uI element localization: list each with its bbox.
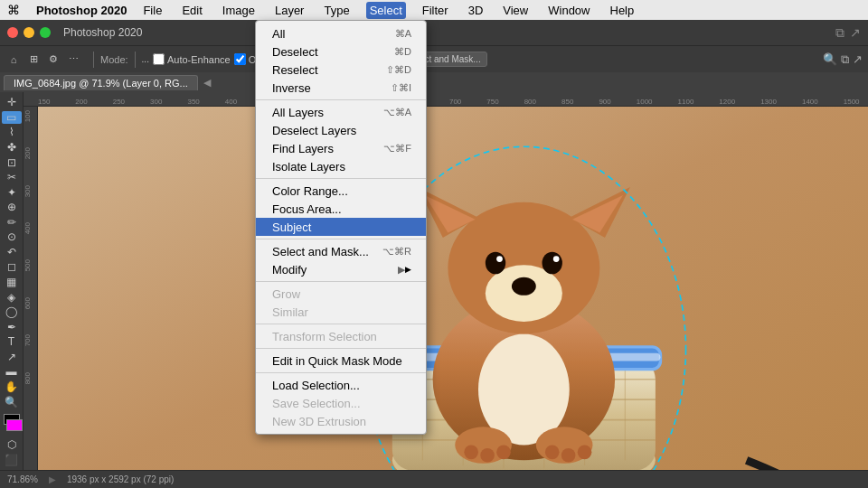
menu-view[interactable]: View — [499, 2, 532, 19]
share-toolbar-icon[interactable]: ↗ — [853, 52, 863, 66]
text-tool[interactable]: T — [2, 335, 22, 349]
title-bar: Photoshop 2020 ⧉ ↗ — [0, 20, 868, 45]
ruler-tick: 1100 — [678, 98, 694, 106]
ruler-v-tick: 300 — [24, 185, 37, 197]
menu-filter[interactable]: Filter — [419, 2, 452, 19]
share-icon[interactable]: ↗ — [850, 25, 861, 40]
menu-reselect[interactable]: Reselect ⇧⌘D — [256, 61, 426, 79]
menu-modify[interactable]: Modify ▶ — [256, 260, 426, 278]
tab-icons: ⌂ ⊞ ⚙ ⋯ — [5, 52, 81, 68]
menu-all[interactable]: All ⌘A — [256, 24, 426, 42]
svg-point-26 — [496, 256, 503, 262]
menu-deselect[interactable]: Deselect ⌘D — [256, 42, 426, 61]
menu-edit[interactable]: Edit — [178, 2, 205, 19]
arrange-icon[interactable]: ⧉ — [835, 25, 844, 41]
maximize-button[interactable] — [40, 27, 51, 38]
quick-mask-icon[interactable]: ⬡ — [2, 438, 22, 452]
move-tool[interactable]: ✛ — [2, 96, 22, 109]
dodge-tool[interactable]: ◯ — [2, 305, 22, 319]
separator-icon: ▶ — [49, 474, 56, 484]
menu-edit-quick-mask[interactable]: Edit in Quick Mask Mode — [256, 352, 426, 370]
tab-bar: IMG_0684.jpg @ 71.9% (Layer 0, RG... ◀ — [0, 72, 868, 92]
menu-subject[interactable]: Subject — [256, 218, 426, 236]
menu-select-and-mask-shortcut: ⌥⌘R — [382, 246, 411, 258]
eyedropper-tool[interactable]: ✦ — [2, 185, 22, 199]
svg-point-37 — [545, 446, 560, 460]
hand-tool[interactable]: ✋ — [2, 380, 22, 394]
minimize-button[interactable] — [24, 27, 34, 38]
menu-find-layers-shortcut: ⌥⌘F — [383, 143, 411, 155]
eraser-tool[interactable]: ◻ — [2, 260, 22, 274]
menu-focus-area[interactable]: Focus Area... — [256, 200, 426, 218]
menu-grow: Grow — [256, 285, 426, 303]
menu-inverse[interactable]: Inverse ⇧⌘I — [256, 79, 426, 97]
shape-tool[interactable]: ▬ — [2, 365, 22, 379]
menu-deselect-layers[interactable]: Deselect Layers — [256, 121, 426, 139]
menu-load-selection[interactable]: Load Selection... — [256, 376, 426, 394]
menu-image[interactable]: Image — [219, 2, 259, 19]
blur-tool[interactable]: ◈ — [2, 290, 22, 304]
search-icon[interactable]: 🔍 — [823, 52, 837, 66]
collapse-panel-icon[interactable]: ◀ — [203, 77, 211, 89]
history-tool[interactable]: ↶ — [2, 246, 22, 259]
clone-tool[interactable]: ⊙ — [2, 230, 22, 244]
menu-save-selection: Save Selection... — [256, 394, 426, 412]
ruler-v-tick: 600 — [24, 297, 37, 309]
menu-help[interactable]: Help — [607, 2, 638, 19]
pen-tool[interactable]: ✒ — [2, 320, 22, 333]
crop-tool[interactable]: ⊡ — [2, 155, 22, 169]
close-button[interactable] — [7, 27, 18, 38]
auto-enhance-checkbox[interactable] — [153, 53, 165, 65]
lasso-tool[interactable]: ⌇ — [2, 126, 22, 139]
slice-tool[interactable]: ✂ — [2, 171, 22, 184]
separator-4 — [256, 281, 426, 282]
zoom-tool[interactable]: 🔍 — [2, 395, 22, 408]
ruler-tick: 200 — [75, 98, 87, 106]
sample-all-layers: ... — [142, 54, 149, 64]
apple-logo-icon[interactable]: ⌘ — [7, 3, 20, 17]
object-subtract-checkbox[interactable] — [234, 53, 246, 65]
zoom-level[interactable]: 71.86% — [7, 474, 38, 484]
menu-type[interactable]: Type — [320, 2, 353, 19]
canvas-image — [38, 107, 868, 470]
menu-3d[interactable]: 3D — [465, 2, 487, 19]
brush-tool[interactable]: ✏ — [2, 216, 22, 230]
background-color[interactable] — [6, 419, 23, 431]
selection-tool[interactable]: ▭ — [2, 111, 22, 125]
menu-window[interactable]: Window — [544, 2, 593, 19]
screen-mode-icon[interactable]: ⬛ — [2, 454, 22, 467]
menu-select-and-mask[interactable]: Select and Mask... ⌥⌘R — [256, 242, 426, 260]
svg-point-23 — [512, 277, 536, 296]
menu-isolate-layers[interactable]: Isolate Layers — [256, 157, 426, 175]
ruler-tick: 1400 — [802, 98, 818, 106]
menu-modify-arrow: ▶ — [398, 264, 405, 276]
more-icon[interactable]: ⋯ — [65, 52, 81, 68]
gradient-tool[interactable]: ▦ — [2, 276, 22, 289]
svg-point-38 — [561, 448, 576, 463]
left-toolbar: ✛ ▭ ⌇ ✤ ⊡ ✂ ✦ ⊕ ✏ ⊙ ↶ ◻ ▦ ◈ ◯ ✒ T ↗ ▬ ✋ … — [0, 92, 24, 470]
ruler-tick: 400 — [225, 98, 237, 106]
menu-file[interactable]: File — [139, 2, 165, 19]
auto-enhance-check[interactable]: Auto-Enhance — [153, 53, 231, 65]
arrange-windows-icon[interactable]: ⧉ — [841, 52, 849, 67]
ruler-tick: 900 — [599, 98, 610, 106]
document-info: 1936 px x 2592 px (72 ppi) — [67, 474, 174, 484]
menu-modify-label: Modify — [272, 263, 398, 277]
document-tab[interactable]: IMG_0684.jpg @ 71.9% (Layer 0, RG... — [4, 75, 198, 90]
settings-icon[interactable]: ⚙ — [45, 52, 61, 68]
separator-6 — [256, 348, 426, 349]
path-tool[interactable]: ↗ — [2, 351, 22, 364]
menu-all-label: All — [272, 27, 395, 41]
quick-select-tool[interactable]: ✤ — [2, 141, 22, 155]
menu-select[interactable]: Select — [366, 2, 406, 19]
menu-find-layers[interactable]: Find Layers ⌥⌘F — [256, 139, 426, 157]
home-icon[interactable]: ⌂ — [5, 52, 22, 68]
auto-enhance-label: Auto-Enhance — [167, 54, 231, 65]
menu-all-layers[interactable]: All Layers ⌥⌘A — [256, 103, 426, 121]
separator-5 — [256, 324, 426, 324]
menu-similar: Similar — [256, 303, 426, 321]
arrange-icon[interactable]: ⊞ — [25, 52, 42, 68]
menu-color-range[interactable]: Color Range... — [256, 182, 426, 200]
healing-tool[interactable]: ⊕ — [2, 201, 22, 214]
menu-layer[interactable]: Layer — [271, 2, 308, 19]
